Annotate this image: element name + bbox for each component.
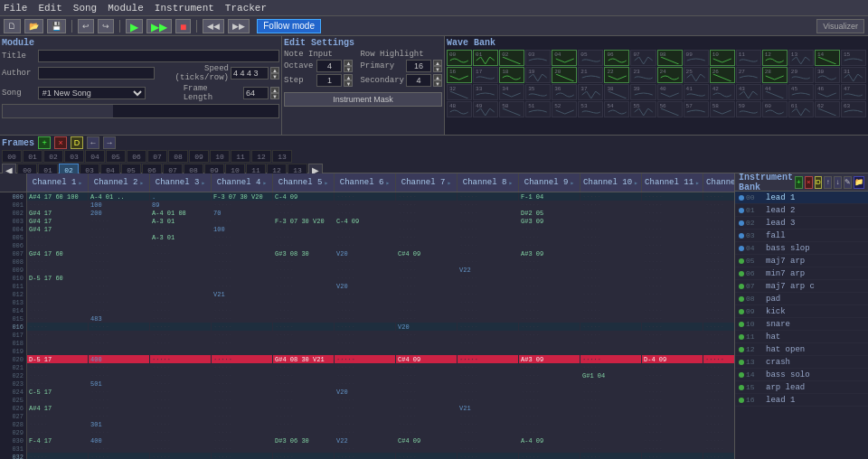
tracker-cell[interactable]: ·····	[335, 241, 395, 249]
tracker-cell[interactable]: ·····	[642, 290, 703, 298]
tracker-cell[interactable]: ·····	[642, 420, 703, 428]
channel-10-header[interactable]: Channel 10▸	[580, 173, 642, 192]
frame-length-down[interactable]: ▼	[270, 93, 279, 99]
wave-cell-28[interactable]: 28	[762, 67, 788, 83]
frame-right-btn[interactable]: →	[103, 136, 116, 149]
tracker-cell[interactable]: ·····	[580, 274, 641, 282]
tracker-cell[interactable]: ·····	[703, 323, 734, 331]
channel-6-header[interactable]: Channel 6▸	[335, 173, 396, 192]
tracker-cell[interactable]: ·····	[150, 420, 211, 428]
wave-cell-10[interactable]: 10	[710, 50, 735, 66]
menu-song[interactable]: Song	[73, 3, 97, 14]
next-btn[interactable]: ▶▶	[228, 19, 250, 33]
ib-item-11[interactable]: 11hat	[735, 331, 868, 343]
tracker-cell[interactable]: ·····	[27, 290, 88, 298]
wave-cell-41[interactable]: 41	[684, 84, 709, 100]
tracker-cell[interactable]: ·····	[27, 306, 88, 314]
wave-cell-48[interactable]: 48	[447, 101, 472, 117]
ib-edit-btn[interactable]: ✎	[844, 176, 852, 189]
tracker-cell[interactable]: ·····	[89, 306, 149, 314]
tracker-cell[interactable]: ·····	[580, 266, 641, 274]
channel-8-header[interactable]: Channel 8▸	[458, 173, 519, 192]
wave-cell-54[interactable]: 54	[604, 101, 629, 117]
tracker-cell[interactable]: ·····	[396, 233, 457, 241]
tracker-cell[interactable]: ·····	[212, 453, 272, 459]
tracker-cell[interactable]: ·····	[396, 241, 457, 249]
channel-12-header[interactable]: Channel 12▸	[703, 173, 734, 192]
tracker-cell[interactable]: ·····	[89, 217, 149, 225]
tracker-cell[interactable]: ·····	[335, 290, 395, 298]
tracker-cell[interactable]: ·····	[396, 388, 457, 396]
tracker-cell[interactable]: ·····	[519, 445, 580, 453]
wave-cell-27[interactable]: 27	[736, 67, 761, 83]
tracker-cell[interactable]: 301	[89, 420, 149, 428]
frame-top-11[interactable]: 11	[231, 150, 250, 163]
tracker-cell[interactable]: ·····	[458, 388, 518, 396]
ib-item-12[interactable]: 12hat open	[735, 343, 868, 356]
ib-item-02[interactable]: 02lead 3	[735, 217, 868, 230]
prev-btn[interactable]: ◀◀	[203, 19, 224, 33]
wave-cell-43[interactable]: 43	[736, 84, 761, 100]
wave-cell-35[interactable]: 35	[525, 84, 551, 100]
tracker-cell[interactable]: ·····	[27, 453, 88, 459]
ib-item-06[interactable]: 06min7 arp	[735, 267, 868, 280]
ib-item-09[interactable]: 09kick	[735, 305, 868, 318]
tracker-cell[interactable]: ·····	[89, 249, 149, 258]
tracker-cell[interactable]: ·····	[580, 453, 641, 459]
tracker-cell[interactable]: A#3 09	[519, 249, 580, 258]
tracker-cell[interactable]: ·····	[212, 249, 272, 258]
tracker-cell[interactable]: ·····	[458, 201, 518, 209]
tracker-cell[interactable]: ·····	[703, 436, 734, 445]
tracker-cell[interactable]: ·····	[642, 306, 703, 314]
tracker-cell[interactable]: ·····	[89, 347, 149, 355]
tracker-cell[interactable]: ·····	[335, 339, 395, 347]
secondary-up[interactable]: ▲	[433, 74, 442, 80]
tracker-cell[interactable]: ·····	[458, 436, 518, 445]
tracker-cell[interactable]: ·····	[519, 258, 580, 266]
wave-cell-59[interactable]: 59	[736, 101, 761, 117]
tracker-cell[interactable]: ·····	[519, 388, 580, 396]
frame-top-10[interactable]: 10	[210, 150, 230, 163]
channel-11-header[interactable]: Channel 11▸	[642, 173, 703, 192]
step-down[interactable]: ▼	[344, 80, 353, 87]
tracker-cell[interactable]: ·····	[273, 363, 334, 371]
tracker-cell[interactable]: ·····	[335, 396, 395, 404]
ib-add-btn[interactable]: +	[795, 176, 803, 189]
tracker-cell[interactable]: ·····	[703, 249, 734, 258]
tracker-cell[interactable]: ·····	[212, 388, 272, 396]
tracker-cell[interactable]: ·····	[273, 412, 334, 420]
tracker-cell[interactable]: ·····	[580, 323, 641, 331]
tracker-cell[interactable]: ·····	[580, 306, 641, 314]
wave-cell-26[interactable]: 26	[710, 67, 735, 83]
tracker-cell[interactable]: ·····	[27, 314, 88, 323]
tracker-cell[interactable]: ·····	[703, 420, 734, 428]
tracker-cell[interactable]: ·····	[150, 363, 211, 371]
frame-top-12[interactable]: 12	[251, 150, 271, 163]
tracker-cell[interactable]: ·····	[27, 371, 88, 379]
tracker-cell[interactable]: ·····	[335, 379, 395, 388]
tracker-cell[interactable]: ·····	[642, 379, 703, 388]
tracker-cell[interactable]: ·····	[458, 371, 518, 379]
tracker-cell[interactable]: ·····	[703, 396, 734, 404]
tracker-cell[interactable]: ·····	[642, 282, 703, 290]
ib-item-13[interactable]: 13crash	[735, 356, 868, 369]
tracker-cell[interactable]: ·····	[150, 314, 211, 323]
tracker-cell[interactable]: ·····	[396, 258, 457, 266]
wave-cell-16[interactable]: 16	[447, 67, 472, 83]
tracker-cell[interactable]: ·····	[642, 241, 703, 249]
tracker-cell[interactable]: ·····	[458, 225, 518, 233]
tracker-cell[interactable]: ·····	[703, 363, 734, 371]
tracker-cell[interactable]: ·····	[458, 323, 518, 331]
tracker-cell[interactable]: ·····	[89, 323, 149, 331]
frame-top-04[interactable]: 04	[85, 150, 105, 163]
tracker-cell[interactable]: A-3 01	[150, 217, 211, 225]
tracker-cell[interactable]: ·····	[580, 217, 641, 225]
tracker-cell[interactable]: ·····	[580, 412, 641, 420]
tracker-cell[interactable]: ·····	[458, 379, 518, 388]
tracker-cell[interactable]: ·····	[703, 298, 734, 306]
tracker-cell[interactable]: ·····	[703, 404, 734, 412]
wave-cell-62[interactable]: 62	[815, 101, 840, 117]
tracker-cell[interactable]: A-3 01	[150, 233, 211, 241]
ib-down-btn[interactable]: ↓	[834, 176, 842, 189]
tracker-cell[interactable]: ·····	[212, 339, 272, 347]
